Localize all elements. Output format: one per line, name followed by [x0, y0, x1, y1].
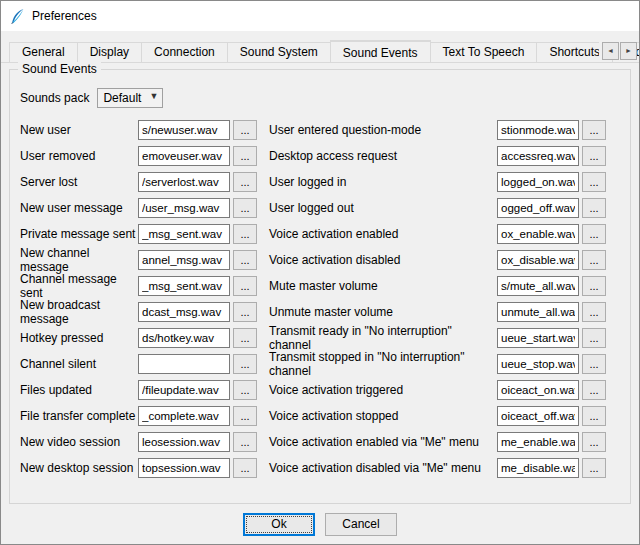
sound-file-input[interactable] — [497, 250, 579, 270]
browse-button[interactable]: ... — [233, 328, 257, 348]
sound-event-label: Server lost — [20, 175, 138, 189]
tab-text-to-speech[interactable]: Text To Speech — [430, 42, 538, 62]
sound-file-input[interactable] — [138, 172, 230, 192]
window-title: Preferences — [32, 9, 97, 23]
sound-file-input[interactable] — [138, 250, 230, 270]
sound-event-row: User logged in ... — [269, 172, 606, 192]
sound-event-label: Channel silent — [20, 357, 138, 371]
tab-connection[interactable]: Connection — [141, 42, 228, 62]
tab-scroll-left-button[interactable]: ◄ — [602, 42, 619, 60]
sound-event-label: New channel message — [20, 246, 138, 274]
browse-button[interactable]: ... — [582, 198, 606, 218]
sound-event-label: Transmit stopped in "No interruption" ch… — [269, 350, 497, 378]
browse-button[interactable]: ... — [233, 172, 257, 192]
browse-button[interactable]: ... — [233, 302, 257, 322]
browse-button[interactable]: ... — [582, 406, 606, 426]
sound-file-input[interactable] — [497, 328, 579, 348]
browse-button[interactable]: ... — [582, 276, 606, 296]
browse-button[interactable]: ... — [233, 276, 257, 296]
tab-label: Sound System — [240, 45, 318, 59]
sound-event-row: New video session ... — [20, 432, 257, 452]
sound-event-label: Hotkey pressed — [20, 331, 138, 345]
cancel-button[interactable]: Cancel — [325, 513, 397, 536]
sound-event-row: New broadcast message ... — [20, 302, 257, 322]
browse-button[interactable]: ... — [582, 120, 606, 140]
sound-file-input[interactable] — [497, 172, 579, 192]
tab-label: Display — [90, 45, 129, 59]
browse-button[interactable]: ... — [233, 354, 257, 374]
sound-file-input[interactable] — [497, 224, 579, 244]
browse-button[interactable]: ... — [233, 224, 257, 244]
sound-file-input[interactable] — [138, 432, 230, 452]
sound-file-input[interactable] — [138, 458, 230, 478]
event-columns: New user ... User removed ... Server los… — [20, 120, 620, 478]
sound-file-input[interactable] — [138, 224, 230, 244]
sound-file-input[interactable] — [497, 380, 579, 400]
button-bar: Ok Cancel — [1, 504, 639, 544]
chevron-down-icon: ▼ — [149, 91, 158, 101]
browse-button[interactable]: ... — [582, 250, 606, 270]
browse-button[interactable]: ... — [233, 146, 257, 166]
browse-button[interactable]: ... — [582, 380, 606, 400]
event-column-left: New user ... User removed ... Server los… — [20, 120, 257, 478]
browse-button[interactable]: ... — [582, 328, 606, 348]
sound-event-row: Desktop access request ... — [269, 146, 606, 166]
browse-button[interactable]: ... — [582, 458, 606, 478]
sound-file-input[interactable] — [138, 198, 230, 218]
sound-file-input[interactable] — [497, 302, 579, 322]
sound-file-input[interactable] — [497, 458, 579, 478]
sound-event-label: Files updated — [20, 383, 138, 397]
sound-file-input[interactable] — [497, 432, 579, 452]
sound-file-input[interactable] — [138, 328, 230, 348]
sound-event-label: User logged out — [269, 201, 497, 215]
sounds-pack-select[interactable]: Default ▼ — [97, 88, 163, 108]
sound-file-input[interactable] — [497, 198, 579, 218]
browse-button[interactable]: ... — [582, 146, 606, 166]
browse-button[interactable]: ... — [582, 224, 606, 244]
browse-button[interactable]: ... — [582, 172, 606, 192]
sound-file-input[interactable] — [497, 406, 579, 426]
browse-button[interactable]: ... — [582, 354, 606, 374]
sound-file-input[interactable] — [497, 120, 579, 140]
preferences-window: Preferences General Display Connection S… — [0, 0, 640, 545]
browse-button[interactable]: ... — [233, 432, 257, 452]
sound-file-input[interactable] — [138, 146, 230, 166]
tab-scroll-right-button[interactable]: ► — [620, 42, 637, 60]
tab-general[interactable]: General — [9, 42, 78, 62]
sound-file-input[interactable] — [497, 146, 579, 166]
tab-sound-system[interactable]: Sound System — [227, 42, 331, 62]
sound-event-label: Channel message sent — [20, 272, 138, 300]
sound-event-label: Private message sent — [20, 227, 138, 241]
sound-event-label: Voice activation enabled — [269, 227, 497, 241]
tab-scrollers: ◄ ► — [599, 42, 637, 60]
browse-button[interactable]: ... — [582, 432, 606, 452]
sound-file-input[interactable] — [138, 354, 230, 374]
ok-button[interactable]: Ok — [243, 513, 315, 536]
browse-button[interactable]: ... — [582, 302, 606, 322]
sound-event-row: New user message ... — [20, 198, 257, 218]
sound-file-input[interactable] — [138, 120, 230, 140]
browse-button[interactable]: ... — [233, 198, 257, 218]
sound-file-input[interactable] — [138, 276, 230, 296]
browse-button[interactable]: ... — [233, 406, 257, 426]
browse-button[interactable]: ... — [233, 380, 257, 400]
sound-event-label: Unmute master volume — [269, 305, 497, 319]
event-column-right: User entered question-mode ... Desktop a… — [269, 120, 606, 478]
sound-file-input[interactable] — [497, 354, 579, 374]
tab-sound-events[interactable]: Sound Events — [330, 40, 431, 63]
sound-event-label: Voice activation disabled via "Me" menu — [269, 461, 497, 475]
sound-event-row: User entered question-mode ... — [269, 120, 606, 140]
tab-label: Text To Speech — [443, 45, 525, 59]
sound-file-input[interactable] — [138, 406, 230, 426]
sounds-pack-value: Default — [103, 91, 141, 105]
tab-display[interactable]: Display — [77, 42, 142, 62]
browse-button[interactable]: ... — [233, 250, 257, 270]
sound-file-input[interactable] — [497, 276, 579, 296]
sound-file-input[interactable] — [138, 302, 230, 322]
sound-event-row: Channel silent ... — [20, 354, 257, 374]
browse-button[interactable]: ... — [233, 120, 257, 140]
sound-event-row: Mute master volume ... — [269, 276, 606, 296]
browse-button[interactable]: ... — [233, 458, 257, 478]
sound-file-input[interactable] — [138, 380, 230, 400]
sound-event-row: Transmit stopped in "No interruption" ch… — [269, 354, 606, 374]
